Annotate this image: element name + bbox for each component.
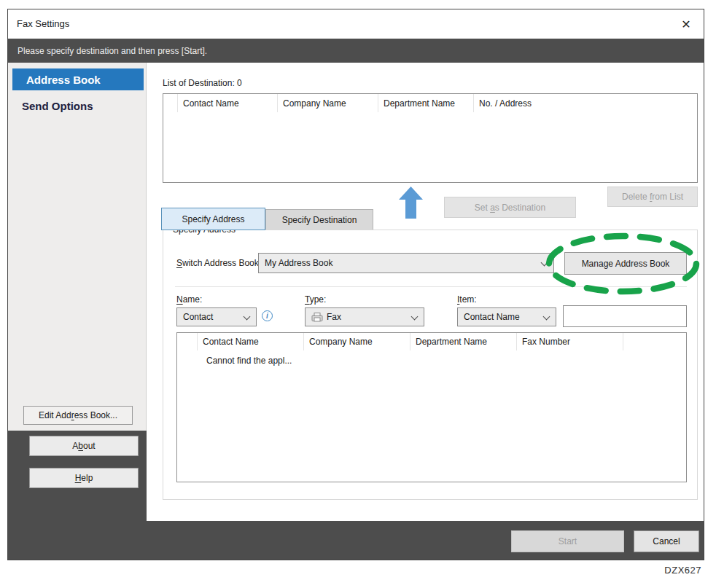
up-arrow-icon: [399, 187, 423, 219]
chevron-down-icon: [541, 259, 548, 267]
page-title: Fax Settings: [17, 9, 69, 39]
column-header-fax-number[interactable]: Fax Number: [517, 333, 623, 350]
column-header-contact-name[interactable]: Contact Name: [198, 333, 304, 350]
list-of-destination-label: List of Destination: 0: [163, 78, 242, 88]
divider: [175, 286, 687, 287]
button-label: Cancel: [653, 536, 680, 546]
type-select[interactable]: Fax: [305, 307, 424, 326]
item-label: Item:: [457, 294, 477, 305]
button-label: Set as Destination: [475, 203, 545, 213]
column-header-no-address[interactable]: No. / Address: [474, 94, 697, 112]
about-button[interactable]: About: [29, 436, 139, 456]
column-header-company-name[interactable]: Company Name: [304, 333, 410, 350]
help-button[interactable]: Help: [29, 468, 139, 488]
results-table-header: Contact Name Company Name Department Nam…: [177, 333, 686, 350]
result-message: Cannot find the appl...: [206, 356, 292, 366]
select-value: Contact: [183, 312, 213, 322]
column-header-company-name[interactable]: Company Name: [278, 94, 378, 112]
sidebar-item-send-options[interactable]: Send Options: [12, 95, 144, 117]
column-header-contact-name[interactable]: Contact Name: [178, 94, 278, 112]
chevron-down-icon: [543, 313, 550, 321]
fax-settings-dialog: Fax Settings ✕ Please specify destinatio…: [7, 9, 704, 560]
select-value: My Address Book: [265, 258, 332, 268]
manage-address-book-button[interactable]: Manage Address Book: [564, 252, 687, 275]
delete-from-list-button[interactable]: Delete from List: [607, 187, 698, 207]
message-text: Please specify destination and then pres…: [17, 46, 207, 56]
main-panel: List of Destination: 0 Contact Name Comp…: [147, 63, 704, 521]
switch-address-book-label: Switch Address Book:: [176, 258, 261, 268]
sidebar-item-label: Address Book: [26, 74, 101, 86]
name-select[interactable]: Contact: [176, 307, 257, 326]
button-label: Delete from List: [622, 192, 683, 202]
type-label: Type:: [305, 294, 326, 305]
search-input[interactable]: [563, 305, 687, 327]
column-header-department-name[interactable]: Department Name: [410, 333, 517, 350]
column-header-spacer: [623, 333, 686, 350]
button-label: Start: [559, 536, 577, 546]
chevron-down-icon: [411, 313, 419, 321]
column-header-select[interactable]: [163, 94, 178, 112]
sidebar: Address Book Send Options Edit Address B…: [8, 63, 147, 431]
results-table[interactable]: Contact Name Company Name Department Nam…: [176, 332, 687, 482]
tab-specify-destination[interactable]: Specify Destination: [265, 209, 373, 230]
button-label: Manage Address Book: [582, 259, 670, 269]
name-label: Name:: [176, 294, 202, 305]
edit-address-book-button[interactable]: Edit Address Book...: [23, 406, 133, 425]
specify-address-group: Specify Address Switch Address Book: My …: [163, 230, 698, 500]
table-row: Cannot find the appl...: [177, 350, 686, 366]
address-book-select[interactable]: My Address Book: [258, 253, 554, 273]
title-bar: Fax Settings ✕: [8, 9, 704, 39]
info-glyph: i: [266, 312, 268, 320]
button-label: Edit Address Book...: [39, 410, 117, 420]
button-label: Help: [75, 473, 93, 483]
destination-table-header: Contact Name Company Name Department Nam…: [163, 94, 697, 112]
close-button[interactable]: ✕: [673, 12, 699, 36]
tab-label: Specify Destination: [282, 215, 357, 225]
cancel-button[interactable]: Cancel: [634, 530, 699, 552]
close-icon: ✕: [681, 17, 690, 31]
select-value: Fax: [327, 312, 341, 322]
message-bar: Please specify destination and then pres…: [8, 39, 704, 63]
figure-label: DZX627: [664, 565, 701, 576]
start-button[interactable]: Start: [511, 530, 624, 552]
column-header-select[interactable]: [177, 333, 198, 350]
button-label: About: [72, 441, 95, 451]
sidebar-item-address-book[interactable]: Address Book: [12, 68, 144, 90]
column-header-department-name[interactable]: Department Name: [378, 94, 474, 112]
tab-specify-address[interactable]: Specify Address: [161, 208, 265, 230]
fax-icon: [311, 313, 323, 322]
tab-label: Specify Address: [182, 214, 244, 224]
chevron-down-icon: [244, 313, 251, 321]
destination-list-table[interactable]: Contact Name Company Name Department Nam…: [163, 93, 698, 183]
set-as-destination-button[interactable]: Set as Destination: [444, 197, 576, 218]
sidebar-item-label: Send Options: [22, 100, 93, 112]
item-select[interactable]: Contact Name: [457, 307, 556, 326]
select-value: Contact Name: [464, 312, 520, 322]
info-icon[interactable]: i: [262, 310, 273, 321]
